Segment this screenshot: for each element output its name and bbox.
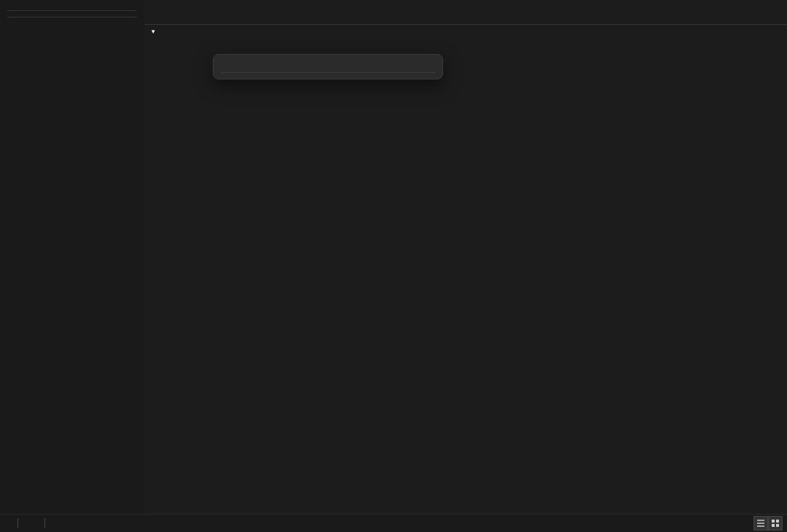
details-view-button[interactable] (753, 516, 768, 531)
chevron-down-icon: ▾ (152, 28, 155, 35)
file-list: ▾ (144, 25, 787, 514)
sidebar (0, 0, 144, 514)
tiles-view-button[interactable] (768, 516, 783, 531)
group-header[interactable]: ▾ (144, 25, 787, 38)
statusbar (0, 514, 787, 532)
column-headers (144, 0, 787, 25)
view-toggles (753, 516, 783, 531)
svg-rect-3 (776, 524, 779, 527)
svg-rect-2 (772, 524, 775, 527)
svg-rect-0 (772, 520, 775, 523)
svg-rect-1 (776, 520, 779, 523)
context-menu (213, 54, 443, 79)
nav-separator (7, 10, 137, 11)
nav-separator (7, 17, 137, 17)
